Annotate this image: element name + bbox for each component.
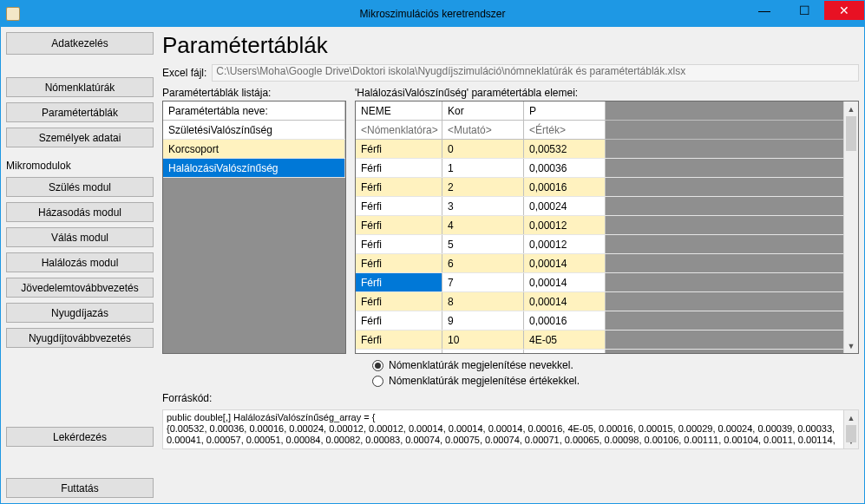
scroll-thumb[interactable]	[846, 116, 856, 151]
table-row[interactable]: Férfi104E-05	[356, 331, 843, 350]
meta-p: <Érték>	[524, 121, 606, 139]
mikromodulok-label: Mikromodulok	[6, 160, 154, 172]
module-button-1[interactable]: Házasodás modul	[6, 202, 154, 222]
col-blank	[606, 101, 843, 120]
param-detail-grid[interactable]: NEME Kor P <Nómenklatóra> <Mutató> <Érté…	[355, 101, 859, 354]
nav-button-1[interactable]: Paramétertáblák	[6, 102, 154, 122]
minimize-button[interactable]: —	[744, 1, 784, 20]
module-button-5[interactable]: Nyugdíjazás	[6, 303, 154, 323]
table-row[interactable]: Férfi40,00012	[356, 216, 843, 235]
detail-scrollbar[interactable]: ▲ ▼	[843, 101, 858, 353]
meta-kor: <Mutató>	[442, 121, 524, 139]
list-item[interactable]: Korcsoport	[163, 140, 345, 159]
detail-label: 'HalálozásiValószínűség' paramétertábla …	[355, 87, 859, 99]
radio-names-label: Nómenklatúrák megjelenítése nevekkel.	[389, 359, 573, 371]
table-row[interactable]: Férfi50,00012	[356, 235, 843, 254]
table-row[interactable]: Férfi10,00036	[356, 159, 843, 178]
close-button[interactable]: ✕	[824, 1, 864, 20]
table-row[interactable]: Férfi00,00532	[356, 140, 843, 159]
radio-values[interactable]: Nómenklatúrák megjelenítése értékekkel.	[372, 375, 859, 387]
window-title: Mikroszimulációs keretrendszer	[1, 8, 864, 20]
code-label: Forráskód:	[162, 392, 859, 404]
adatkezeles-button[interactable]: Adatkezelés	[6, 32, 154, 55]
app-icon	[6, 7, 20, 21]
table-row[interactable]: Férfi20,00016	[356, 178, 843, 197]
list-header[interactable]: Paramétertábla neve:	[163, 101, 345, 120]
module-button-0[interactable]: Szülés modul	[6, 177, 154, 197]
nav-button-0[interactable]: Nómenklatúrák	[6, 77, 154, 97]
page-title: Paramétertáblák	[162, 32, 859, 59]
excel-label: Excel fájl:	[162, 67, 206, 79]
code-scroll-thumb[interactable]	[846, 425, 856, 442]
module-button-3[interactable]: Halálozás modul	[6, 252, 154, 272]
col-kor[interactable]: Kor	[442, 101, 524, 120]
table-row[interactable]: Férfi110,00016	[356, 350, 843, 353]
module-button-4[interactable]: Jövedelemtovábbvezetés	[6, 278, 154, 298]
list-item[interactable]: HalálozásiValószínűség	[163, 159, 345, 178]
futtatas-button[interactable]: Futtatás	[6, 478, 154, 498]
meta-neme: <Nómenklatóra>	[356, 121, 442, 139]
radio-values-label: Nómenklatúrák megjelenítése értékekkel.	[389, 375, 580, 387]
table-row[interactable]: Férfi30,00024	[356, 197, 843, 216]
titlebar[interactable]: Mikroszimulációs keretrendszer — ☐ ✕	[1, 1, 864, 27]
source-code-area[interactable]: public double[,] HalálozásiValószínűség_…	[162, 409, 859, 449]
maximize-button[interactable]: ☐	[784, 1, 824, 20]
col-neme[interactable]: NEME	[356, 101, 442, 120]
scroll-up-icon[interactable]: ▲	[844, 101, 858, 116]
code-scrollbar[interactable]: ▲ ▼	[843, 410, 858, 448]
radio-names[interactable]: Nómenklatúrák megjelenítése nevekkel.	[372, 359, 859, 371]
col-p[interactable]: P	[524, 101, 606, 120]
scroll-down-icon[interactable]: ▼	[844, 338, 858, 353]
list-item[interactable]: SzületésiValószínűség	[163, 121, 345, 140]
code-scroll-up-icon[interactable]: ▲	[844, 410, 858, 425]
lekerdezes-button[interactable]: Lekérdezés	[6, 427, 154, 447]
table-row[interactable]: Férfi60,00014	[356, 254, 843, 273]
module-button-6[interactable]: Nyugdíjtovábbvezetés	[6, 328, 154, 348]
module-button-2[interactable]: Válás modul	[6, 227, 154, 247]
table-row[interactable]: Férfi80,00014	[356, 292, 843, 311]
table-row[interactable]: Férfi90,00016	[356, 311, 843, 331]
param-tables-list[interactable]: Paramétertábla neve: SzületésiValószínűs…	[162, 101, 346, 354]
excel-path-field[interactable]: C:\Users\Moha\Google Drive\Doktori iskol…	[212, 64, 859, 82]
table-row[interactable]: Férfi70,00014	[356, 273, 843, 292]
nav-button-2[interactable]: Személyek adatai	[6, 128, 154, 147]
list-label: Paramétertáblák listája:	[162, 87, 346, 99]
